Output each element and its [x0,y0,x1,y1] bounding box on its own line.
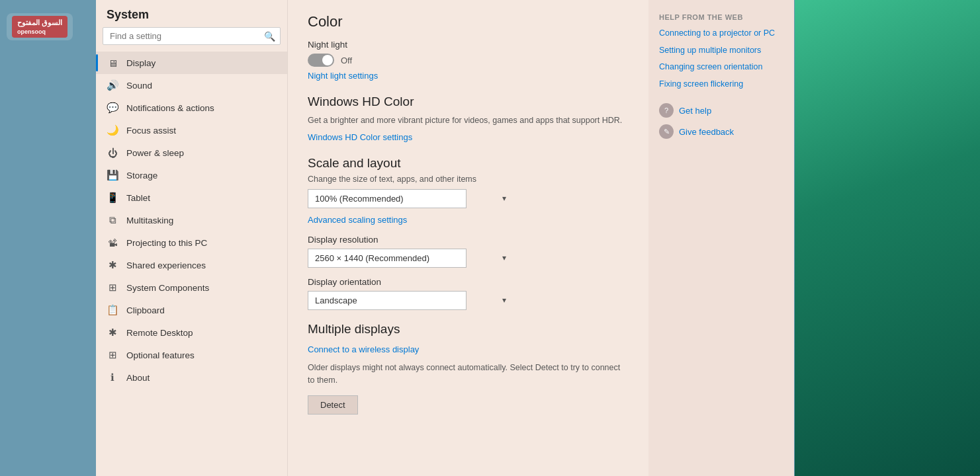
related-link-1[interactable]: Setting up multiple monitors [659,45,783,57]
sidebar-item-label: Notifications & actions [126,103,214,113]
detect-button[interactable]: Detect [308,395,358,415]
sidebar-item-label: Projecting to this PC [126,238,207,248]
sidebar-item-shared[interactable]: ✱ Shared experiences [96,254,287,276]
storage-icon: 💾 [107,169,118,181]
night-light-toggle-row: Off [308,54,629,67]
sidebar-item-label: Display [126,58,156,68]
sidebar-item-label: Focus assist [126,126,176,136]
desktop-background [795,0,980,476]
sidebar-item-label: Shared experiences [126,260,206,270]
sidebar-item-projecting[interactable]: 📽 Projecting to this PC [96,231,287,254]
sidebar-item-label: Multitasking [126,216,173,225]
color-title: Color [308,13,629,30]
get-help-icon: ? [659,103,674,118]
watermark: السوق المفتوحopensooq [7,13,73,40]
related-link-2[interactable]: Changing screen orientation [659,61,783,73]
tablet-icon: 📱 [107,192,118,204]
sidebar-item-label: Tablet [126,193,150,203]
related-title: Help from the web [659,13,783,21]
scale-title: Scale and layout [308,156,629,171]
color-section: Color Night light Off Night light settin… [308,13,629,81]
get-help-label[interactable]: Get help [679,106,711,116]
orientation-label: Display orientation [308,277,629,287]
search-container[interactable]: 🔍 [103,27,281,45]
related-link-3[interactable]: Fixing screen flickering [659,79,783,91]
display-icon: 🖥 [107,57,118,69]
sidebar-item-label: Optional features [126,350,195,360]
sidebar-item-label: About [126,373,150,383]
scale-dropdown[interactable]: 100% (Recommended) 125% 150% 175% [308,189,467,208]
multiple-displays-desc: Older displays might not always connect … [308,362,629,387]
about-icon: ℹ [107,372,118,383]
sidebar-item-tablet[interactable]: 📱 Tablet [96,186,287,209]
get-help-item[interactable]: ? Get help [659,103,783,118]
sidebar-item-storage[interactable]: 💾 Storage [96,164,287,186]
remote-icon: ✱ [107,327,118,338]
sidebar-item-label: Sound [126,81,152,91]
right-panel: Help from the web Connecting to a projec… [648,0,794,476]
night-light-state: Off [341,56,352,65]
sidebar-item-multitasking[interactable]: ⧉ Multitasking [96,209,287,231]
sidebar-item-label: Power & sleep [126,148,184,158]
night-light-setting: Night light Off Night light settings [308,40,629,81]
orientation-group: Display orientation Landscape Portrait L… [308,277,629,310]
wireless-display-link[interactable]: Connect to a wireless display [308,344,419,354]
main-content: Color Night light Off Night light settin… [288,0,648,476]
sidebar-item-sound[interactable]: 🔊 Sound [96,74,287,97]
feedback-label[interactable]: Give feedback [679,127,734,137]
sidebar-item-label: Remote Desktop [126,328,193,338]
shared-icon: ✱ [107,259,118,271]
sidebar-item-notifications[interactable]: 💬 Notifications & actions [96,97,287,119]
multiple-displays-section: Multiple displays Connect to a wireless … [308,322,629,415]
sidebar-header: System [96,0,287,27]
scale-dropdown-wrapper[interactable]: 100% (Recommended) 125% 150% 175% [308,189,629,208]
advanced-scaling-link[interactable]: Advanced scaling settings [308,215,407,225]
multitasking-icon: ⧉ [107,214,118,226]
orientation-dropdown-wrapper[interactable]: Landscape Portrait Landscape (flipped) P… [308,291,629,310]
feedback-icon: ✎ [659,124,674,139]
system-components-icon: ⊞ [107,282,118,294]
search-icon: 🔍 [264,31,275,42]
projecting-icon: 📽 [107,237,118,249]
resolution-dropdown-wrapper[interactable]: 2560 × 1440 (Recommended) 1920 × 1080 12… [308,249,629,268]
advanced-link-container: Advanced scaling settings [308,214,629,225]
focus-icon: 🌙 [107,124,118,136]
hd-color-section: Windows HD Color Get a brighter and more… [308,95,629,143]
sidebar-item-label: Clipboard [126,305,165,315]
sidebar-item-remote[interactable]: ✱ Remote Desktop [96,321,287,344]
sidebar-item-label: System Components [126,283,209,293]
scale-section: Scale and layout Change the size of text… [308,156,629,310]
sidebar-item-power[interactable]: ⏻ Power & sleep [96,141,287,164]
night-light-settings-link[interactable]: Night light settings [308,71,378,81]
resolution-group: Display resolution 2560 × 1440 (Recommen… [308,235,629,268]
night-light-toggle[interactable] [308,54,334,67]
sidebar-item-about[interactable]: ℹ About [96,366,287,389]
sidebar-item-focus[interactable]: 🌙 Focus assist [96,119,287,141]
feedback-item[interactable]: ✎ Give feedback [659,124,783,139]
sidebar-item-optional[interactable]: ⊞ Optional features [96,344,287,366]
sidebar: System 🔍 🖥 Display 🔊 Sound 💬 Notificatio… [96,0,288,476]
scale-desc: Change the size of text, apps, and other… [308,175,629,184]
sidebar-item-display[interactable]: 🖥 Display [96,52,287,74]
sidebar-item-label: Storage [126,171,157,180]
resolution-label: Display resolution [308,235,629,245]
sound-icon: 🔊 [107,79,118,91]
orientation-dropdown[interactable]: Landscape Portrait Landscape (flipped) P… [308,291,467,310]
resolution-dropdown[interactable]: 2560 × 1440 (Recommended) 1920 × 1080 12… [308,249,467,268]
night-light-label: Night light [308,40,629,50]
support-section: ? Get help ✎ Give feedback [659,103,783,139]
hd-color-settings-link[interactable]: Windows HD Color settings [308,132,412,142]
hd-color-desc: Get a brighter and more vibrant picture … [308,114,629,127]
multiple-displays-title: Multiple displays [308,322,629,337]
sidebar-item-system-components[interactable]: ⊞ System Components [96,276,287,299]
sidebar-item-clipboard[interactable]: 📋 Clipboard [96,299,287,321]
nav-list: 🖥 Display 🔊 Sound 💬 Notifications & acti… [96,49,287,476]
power-icon: ⏻ [107,147,118,159]
system-label: System [107,8,149,22]
optional-icon: ⊞ [107,349,118,361]
search-input[interactable] [103,27,281,45]
notifications-icon: 💬 [107,102,118,114]
related-link-0[interactable]: Connecting to a projector or PC [659,28,783,40]
clipboard-icon: 📋 [107,304,118,316]
hd-color-title: Windows HD Color [308,95,629,109]
